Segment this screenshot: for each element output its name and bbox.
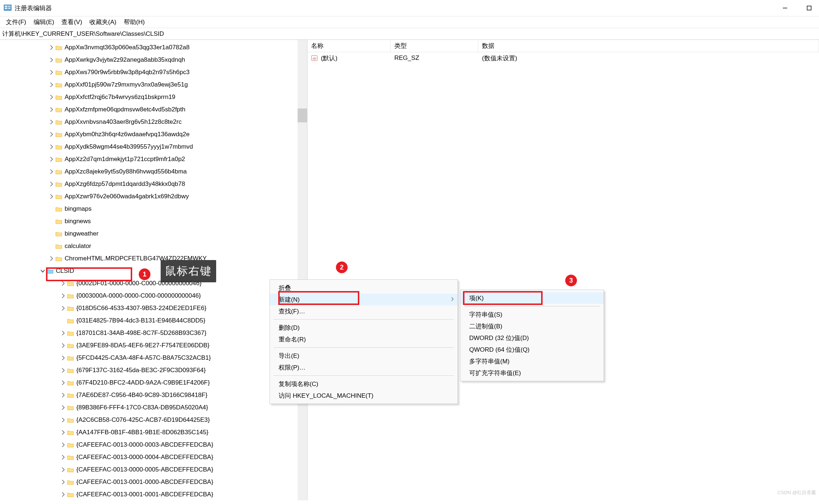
menu-edit[interactable]: 编辑(E) (30, 16, 58, 28)
chevron-right-icon[interactable] (59, 443, 67, 447)
tree-item[interactable]: {031E4825-7B94-4dc3-B131-E946B44C8DD5} (0, 314, 307, 327)
menu-favorites[interactable]: 收藏夹(A) (86, 16, 120, 28)
tree-item[interactable]: {CAFEEFAC-0013-0001-0001-ABCDEFFEDCBA} (0, 488, 307, 500)
tree-item[interactable]: AppXzc8ajeke9yt5s0y88h6hvwqd556b4bma (0, 165, 307, 178)
chevron-right-icon[interactable] (47, 120, 56, 124)
chevron-right-icon[interactable] (59, 331, 67, 335)
ctx-export[interactable]: 导出(E) (270, 350, 458, 362)
chevron-right-icon[interactable] (47, 157, 56, 161)
ctx-copy-key-name[interactable]: 复制项名称(C) (270, 378, 458, 390)
chevron-right-icon[interactable] (47, 58, 56, 62)
chevron-right-icon[interactable] (59, 430, 67, 435)
tree-scrollbar[interactable] (298, 40, 307, 500)
col-type[interactable]: 类型 (391, 40, 478, 52)
ctx-dword-value[interactable]: DWORD (32 位)值(D) (460, 332, 604, 344)
tree-item[interactable]: {7AE6DE87-C956-4B40-9C89-3D166C98418F} (0, 389, 307, 401)
ctx-switch-hklm[interactable]: 访问 HKEY_LOCAL_MACHINE(T) (270, 390, 458, 401)
chevron-right-icon[interactable] (47, 145, 56, 149)
chevron-right-icon[interactable] (47, 132, 56, 137)
chevron-right-icon[interactable] (47, 107, 56, 112)
tree-item[interactable]: {CAFEEFAC-0013-0000-0005-ABCDEFFEDCBA} (0, 463, 307, 476)
tree-item[interactable]: AppXw3nvmqt363p060ea53qg33er1a0782a8 (0, 41, 307, 54)
chevron-right-icon[interactable] (59, 480, 67, 484)
ctx-multi-string-value[interactable]: 多字符串值(M) (460, 355, 604, 367)
ctx-collapse[interactable]: 折叠 (270, 282, 458, 294)
tree-item[interactable]: {89B386F6-FFF4-17C0-C83A-DB95DA5020A4} (0, 401, 307, 414)
tree-item[interactable]: AppXzg6fdzp57dpmt1dqardd3y48kkx0qb78 (0, 178, 307, 190)
chevron-right-icon[interactable] (59, 455, 67, 459)
tree-item[interactable]: {CAFEEFAC-0013-0000-0003-ABCDEFFEDCBA} (0, 439, 307, 451)
tree-scroll-thumb[interactable] (298, 108, 307, 122)
chevron-right-icon[interactable] (59, 381, 67, 385)
tree-item[interactable]: AppXybm0hz3h6qr4z6wdaaefvpq136awdq2e (0, 128, 307, 141)
minimize-button[interactable] (777, 2, 793, 14)
tree-item[interactable]: AppXxfctf2rqj6c7b4wrvys6zq1bskprrn19 (0, 91, 307, 103)
tree-item[interactable]: bingmaps (0, 203, 307, 215)
tree-item[interactable]: CLSID (0, 265, 307, 277)
chevron-right-icon[interactable] (47, 182, 56, 186)
chevron-right-icon[interactable] (47, 256, 56, 261)
tree-item[interactable]: AppXxf01pj590w7z9mxmyv3nx0a9ewj3e51g (0, 79, 307, 91)
chevron-right-icon[interactable] (59, 281, 67, 286)
chevron-right-icon[interactable] (47, 194, 56, 199)
tree-item[interactable]: AppXzwr976v2e060wada4gabrk1x69h2dbwy (0, 190, 307, 203)
chevron-down-icon[interactable] (39, 269, 47, 273)
chevron-right-icon[interactable] (47, 83, 56, 87)
ctx-delete[interactable]: 删除(D) (270, 322, 458, 333)
tree-item[interactable]: {18701C81-34AB-498E-8C7F-5D268B93C367} (0, 327, 307, 339)
tree-item[interactable]: {CAFEEFAC-0013-0000-0004-ABCDEFFEDCBA} (0, 451, 307, 463)
tree-item[interactable]: AppXydk58wgm44se4b399557yyyj1w7mbmvd (0, 141, 307, 153)
chevron-right-icon[interactable] (59, 467, 67, 472)
chevron-right-icon[interactable] (47, 95, 56, 99)
tree-item[interactable]: AppXxfzmfpme06qpdmsvw8etc4vd5sb2fpth (0, 103, 307, 116)
tree-item[interactable]: calculator (0, 240, 307, 252)
tree-item[interactable]: AppXz2d7qm1dmekjyt1p721ccpt9mfr1a0p2 (0, 153, 307, 165)
tree-item[interactable]: bingnews (0, 215, 307, 228)
tree-item[interactable]: {3AE9FE89-8DA5-4EF6-9E27-F7547EE06DDB} (0, 339, 307, 352)
tree-item[interactable]: AppXwrkgv3vjytw2z92anega8abb35xqdnqh (0, 54, 307, 66)
chevron-right-icon[interactable] (47, 169, 56, 174)
chevron-right-icon[interactable] (47, 70, 56, 75)
chevron-right-icon[interactable] (59, 418, 67, 422)
menu-view[interactable]: 查看(V) (58, 16, 86, 28)
ctx-key[interactable]: 项(K) (460, 292, 604, 304)
tree-item[interactable]: bingweather (0, 228, 307, 240)
chevron-right-icon[interactable] (59, 368, 67, 373)
list-row[interactable]: (默认) REG_SZ (数值未设置) (307, 52, 819, 64)
tree-item[interactable]: {A2C6CB58-C076-425C-ACB7-6D19D64425E3} (0, 414, 307, 426)
ctx-permissions[interactable]: 权限(P)… (270, 362, 458, 373)
chevron-right-icon[interactable] (59, 356, 67, 360)
registry-tree[interactable]: AppXw3nvmqt363p060ea53qg33er1a0782a8 App… (0, 40, 307, 500)
chevron-right-icon[interactable] (59, 306, 67, 310)
chevron-right-icon[interactable] (59, 393, 67, 397)
tree-item[interactable]: ChromeHTML.MRDPCFETLBG47W4ZD22FMWKY (0, 252, 307, 265)
tree-item[interactable]: AppXws790r9w5rbb9w3p8p4qb2n97s5h6pc3 (0, 66, 307, 79)
tree-item[interactable]: {679F137C-3162-45da-BE3C-2F9C3D093F64} (0, 364, 307, 377)
menu-help[interactable]: 帮助(H) (120, 16, 149, 28)
chevron-right-icon[interactable] (59, 405, 67, 410)
tree-item[interactable]: {5FCD4425-CA3A-48F4-A57C-B8A75C32ACB1} (0, 352, 307, 364)
tree-item[interactable]: {0003000A-0000-0000-C000-000000000046} (0, 290, 307, 302)
col-data[interactable]: 数据 (478, 40, 819, 52)
ctx-rename[interactable]: 重命名(R) (270, 333, 458, 345)
chevron-right-icon[interactable] (47, 45, 56, 50)
ctx-qword-value[interactable]: QWORD (64 位)值(Q) (460, 344, 604, 355)
tree-item[interactable]: {CAFEEFAC-0013-0001-0000-ABCDEFFEDCBA} (0, 476, 307, 488)
chevron-right-icon[interactable] (59, 492, 67, 497)
ctx-new[interactable]: 新建(N) (270, 294, 458, 305)
col-name[interactable]: 名称 (307, 40, 391, 52)
address-bar[interactable]: 计算机\HKEY_CURRENT_USER\Software\Classes\C… (0, 28, 819, 40)
chevron-right-icon[interactable] (59, 294, 67, 298)
tree-item[interactable]: AppXxvnbvsna403aer8rg6v5h12z8c8te2rc (0, 116, 307, 128)
tree-item[interactable]: {AA147FFB-0B1F-4BB1-9B1E-8D062B35C145} (0, 426, 307, 439)
chevron-right-icon[interactable] (59, 343, 67, 348)
ctx-binary-value[interactable]: 二进制值(B) (460, 320, 604, 332)
ctx-expand-string-value[interactable]: 可扩充字符串值(E) (460, 367, 604, 379)
menu-file[interactable]: 文件(F) (2, 16, 30, 28)
tree-item[interactable]: {0002DF01-0000-0000-C000-000000000046} (0, 277, 307, 290)
tree-item[interactable]: {67F4D210-BFC2-4ADD-9A2A-C9B9E1F4206F} (0, 377, 307, 389)
tree-item[interactable]: {018D5C66-4533-4307-9B53-224DE2ED1FE6} (0, 302, 307, 314)
ctx-string-value[interactable]: 字符串值(S) (460, 309, 604, 320)
maximize-button[interactable] (801, 2, 818, 14)
ctx-find[interactable]: 查找(F)… (270, 305, 458, 317)
